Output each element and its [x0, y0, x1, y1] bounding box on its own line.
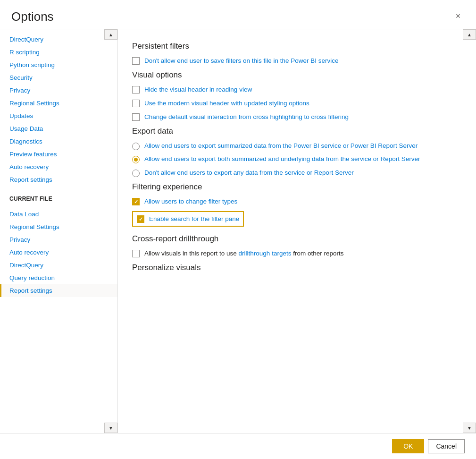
sidebar-scroll-up-button[interactable]: ▲: [104, 29, 117, 40]
checkbox-allow-change-filter-types[interactable]: [132, 198, 140, 205]
checkbox-modern-visual-header[interactable]: [132, 100, 140, 107]
section-title-personalize-visuals: Personalize visuals: [132, 263, 462, 272]
section-filtering-experience: Filtering experienceAllow users to chang…: [132, 182, 462, 231]
section-title-visual-options: Visual options: [132, 70, 462, 80]
sidebar-item-regional-settings[interactable]: Regional Settings: [0, 97, 117, 110]
option-row-dont-allow-save-filters: Don't allow end user to save filters on …: [132, 57, 462, 66]
option-label-export-none[interactable]: Don't allow end users to export any data…: [132, 169, 354, 178]
option-highlight-enable-search-filter-pane: Enable search for the filter pane: [132, 211, 244, 227]
sidebar-global-items: DirectQueryR scriptingPython scriptingSe…: [0, 29, 117, 190]
sidebar-item-privacy-cf[interactable]: Privacy: [0, 233, 117, 246]
option-row-export-none: Don't allow end users to export any data…: [132, 169, 462, 178]
section-export-data: Export dataAllow end users to export sum…: [132, 127, 462, 178]
section-persistent-filters: Persistent filtersDon't allow end user t…: [132, 42, 462, 66]
option-row-allow-visuals-drillthrough: Allow visuals in this report to use dril…: [132, 249, 462, 258]
option-text-export-summarized: Allow end users to export summarized dat…: [144, 142, 418, 151]
checkbox-change-visual-interaction[interactable]: [132, 113, 140, 121]
sidebar-item-r-scripting[interactable]: R scripting: [0, 46, 117, 59]
sidebar-item-query-reduction[interactable]: Query reduction: [0, 272, 117, 284]
checkbox-hide-visual-header[interactable]: [132, 86, 140, 94]
option-row-allow-change-filter-types: Allow users to change filter types: [132, 197, 462, 206]
sidebar-item-auto-recovery[interactable]: Auto recovery: [0, 161, 117, 173]
dialog-title: Options: [11, 9, 54, 24]
sidebar-item-security[interactable]: Security: [0, 71, 117, 84]
sidebar-scroll-down-button[interactable]: ▼: [104, 423, 117, 433]
section-cross-report-drillthrough: Cross-report drillthroughAllow visuals i…: [132, 234, 462, 258]
cancel-button[interactable]: Cancel: [428, 439, 465, 453]
sidebar-scroll-area: DirectQueryR scriptingPython scriptingSe…: [0, 29, 117, 433]
dialog-header: Options ×: [0, 0, 476, 29]
sidebar-item-regional-settings-cf[interactable]: Regional Settings: [0, 221, 117, 233]
option-row-hide-visual-header: Hide the visual header in reading view: [132, 85, 462, 94]
option-label-allow-change-filter-types[interactable]: Allow users to change filter types: [132, 197, 237, 206]
sidebar-item-auto-recovery-cf[interactable]: Auto recovery: [0, 246, 117, 259]
drillthrough-link[interactable]: drillthrough targets: [239, 250, 292, 257]
option-row-export-both: Allow end users to export both summarize…: [132, 155, 462, 164]
sidebar-item-diagnostics[interactable]: Diagnostics: [0, 135, 117, 148]
sidebar-item-data-load[interactable]: Data Load: [0, 208, 117, 221]
option-row-change-visual-interaction: Change default visual interaction from c…: [132, 113, 462, 122]
sidebar-item-report-settings-cf[interactable]: Report settings: [0, 284, 117, 297]
radio-export-none[interactable]: [132, 170, 140, 177]
option-label-export-summarized[interactable]: Allow end users to export summarized dat…: [132, 142, 418, 151]
main-scroll-area: Persistent filtersDon't allow end user t…: [118, 29, 476, 433]
sidebar-item-directquery-cf[interactable]: DirectQuery: [0, 259, 117, 272]
sidebar-current-file-items: Data LoadRegional SettingsPrivacyAuto re…: [0, 204, 117, 301]
section-title-persistent-filters: Persistent filters: [132, 42, 462, 51]
option-label-enable-search-filter-pane[interactable]: Enable search for the filter pane: [137, 215, 239, 223]
main-content: ▲ Persistent filtersDon't allow end user…: [118, 29, 476, 433]
option-label-modern-visual-header[interactable]: Use the modern visual header with update…: [132, 99, 309, 108]
main-scroll-up-button[interactable]: ▲: [463, 29, 476, 40]
section-title-cross-report-drillthrough: Cross-report drillthrough: [132, 234, 462, 244]
option-text-hide-visual-header: Hide the visual header in reading view: [144, 85, 252, 94]
option-text-allow-change-filter-types: Allow users to change filter types: [144, 197, 237, 206]
option-text-export-both: Allow end users to export both summarize…: [144, 155, 420, 164]
main-scroll-down-button[interactable]: ▼: [463, 423, 476, 433]
sidebar-item-updates[interactable]: Updates: [0, 110, 117, 122]
sidebar-item-report-settings[interactable]: Report settings: [0, 173, 117, 186]
option-text-allow-visuals-drillthrough: Allow visuals in this report to use dril…: [144, 249, 343, 258]
checkbox-enable-search-filter-pane[interactable]: [137, 215, 144, 223]
sidebar-item-preview-features[interactable]: Preview features: [0, 148, 117, 161]
radio-export-summarized[interactable]: [132, 143, 140, 150]
option-text-dont-allow-save-filters: Don't allow end user to save filters on …: [144, 57, 339, 66]
section-title-export-data: Export data: [132, 127, 462, 136]
option-label-change-visual-interaction[interactable]: Change default visual interaction from c…: [132, 113, 349, 122]
option-label-allow-visuals-drillthrough[interactable]: Allow visuals in this report to use dril…: [132, 249, 343, 258]
radio-export-both[interactable]: [132, 156, 140, 163]
option-text-modern-visual-header: Use the modern visual header with update…: [144, 99, 309, 108]
option-text-enable-search-filter-pane: Enable search for the filter pane: [149, 215, 239, 222]
close-button[interactable]: ×: [451, 9, 465, 23]
section-personalize-visuals: Personalize visuals: [132, 263, 462, 272]
sidebar-item-usage-data[interactable]: Usage Data: [0, 122, 117, 135]
option-row-export-summarized: Allow end users to export summarized dat…: [132, 142, 462, 151]
option-text-change-visual-interaction: Change default visual interaction from c…: [144, 113, 349, 122]
sidebar-item-directquery[interactable]: DirectQuery: [0, 33, 117, 46]
option-label-hide-visual-header[interactable]: Hide the visual header in reading view: [132, 85, 252, 94]
ok-button[interactable]: OK: [392, 439, 424, 453]
checkbox-allow-visuals-drillthrough[interactable]: [132, 250, 140, 257]
options-dialog: Options × ▲ DirectQueryR scriptingPython…: [0, 0, 476, 459]
sidebar-current-file-header: CURRENT FILE: [0, 190, 117, 204]
option-label-dont-allow-save-filters[interactable]: Don't allow end user to save filters on …: [132, 57, 339, 66]
option-text-export-none: Don't allow end users to export any data…: [144, 169, 354, 178]
dialog-body: ▲ DirectQueryR scriptingPython scripting…: [0, 29, 476, 433]
sidebar-item-python-scripting[interactable]: Python scripting: [0, 59, 117, 71]
section-title-filtering-experience: Filtering experience: [132, 182, 462, 192]
checkbox-dont-allow-save-filters[interactable]: [132, 57, 140, 65]
option-row-modern-visual-header: Use the modern visual header with update…: [132, 99, 462, 108]
section-visual-options: Visual optionsHide the visual header in …: [132, 70, 462, 122]
sidebar-item-privacy[interactable]: Privacy: [0, 84, 117, 97]
dialog-footer: OK Cancel: [0, 433, 476, 459]
sidebar: ▲ DirectQueryR scriptingPython scripting…: [0, 29, 118, 433]
option-label-export-both[interactable]: Allow end users to export both summarize…: [132, 155, 420, 164]
